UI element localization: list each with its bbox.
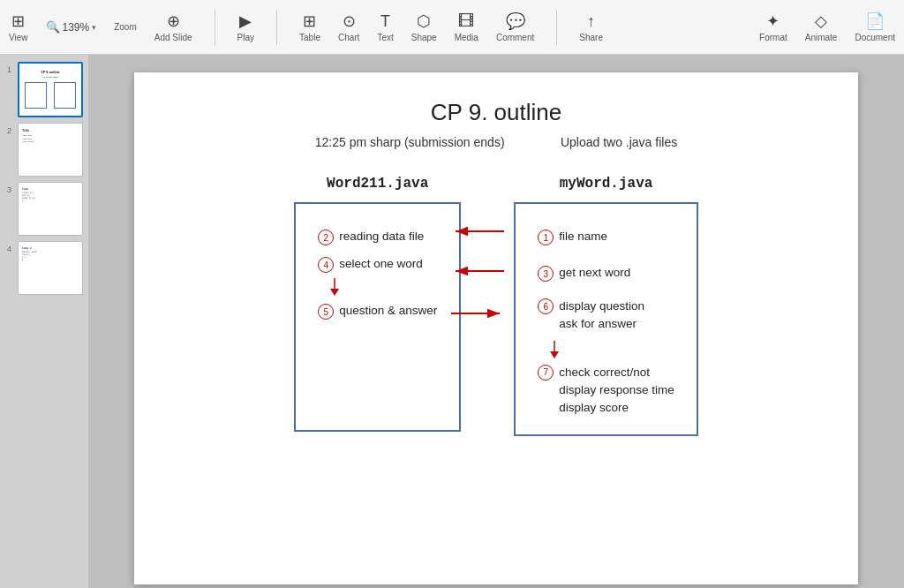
media-button[interactable]: 🎞 Media [455,12,478,42]
zoom-label-group: Zoom [114,22,137,32]
toolbar: ⊞ View 🔍 139% ▾ Zoom ⊕ Add Slide ▶ Play … [0,0,904,55]
media-label: Media [455,33,478,42]
zoom-icon: 🔍 [46,20,60,34]
right-item-4-text: check correct/notdisplay response timedi… [559,364,674,418]
right-item-1: 1 file name [538,229,674,245]
left-column-title: Word211.java [327,176,428,192]
text-label: Text [377,33,393,42]
subtitle-left: 12:25 pm sharp (submission ends) [315,135,505,149]
document-button[interactable]: 📄 Document [855,11,895,42]
down-arrow-svg-2 [548,341,561,358]
right-box: 1 file name 3 get next word [514,202,698,436]
slide-thumb-1[interactable]: CP 9. outline 12:25 pm sharp [18,62,83,117]
svg-marker-3 [550,351,559,358]
diagram-area: Word211.java 2 reading data file 4 [170,176,823,436]
down-arrow-1 [321,278,437,296]
right-column-title: myWord.java [560,176,653,192]
zoom-chevron-icon: ▾ [92,23,96,32]
left-box: 2 reading data file 4 select one word [294,202,461,432]
slide-number-3: 3 [7,185,11,194]
slide-thumb-4[interactable]: Code 2 public void run(){ //...} [18,241,83,295]
left-item-3-text: question & answer [339,303,437,320]
right-item-4: 7 check correct/notdisplay response time… [538,364,674,418]
slide-subtitle: 12:25 pm sharp (submission ends) Upload … [170,135,823,149]
play-icon: ▶ [239,11,252,31]
divider-2 [276,10,277,45]
circle-4: 4 [318,257,334,273]
slide-number-4: 4 [7,245,11,253]
play-button[interactable]: ▶ Play [237,11,254,42]
left-item-2-text: select one word [339,256,423,273]
animate-button[interactable]: ◇ Animate [805,11,838,42]
slide-preview-1: CP 9. outline 12:25 pm sharp [21,65,79,114]
share-label: Share [579,33,603,42]
right-item-2: 3 get next word [538,265,674,282]
right-item-1-text: file name [559,229,607,245]
slide-title: CP 9. outline [170,99,823,126]
svg-marker-1 [330,289,339,296]
add-slide-label: Add Slide [154,33,192,42]
shape-label: Shape [411,33,437,42]
circle-3: 3 [538,266,554,282]
columns-container: Word211.java 2 reading data file 4 [294,176,698,436]
view-label: View [9,33,28,42]
share-button[interactable]: ↑ Share [579,12,603,42]
left-item-1-text: reading data file [339,229,424,245]
left-item-3: 5 question & answer [318,303,437,320]
slide-canvas: CP 9. outline 12:25 pm sharp (submission… [134,72,858,584]
right-column: myWord.java 1 file name 3 ge [514,176,698,436]
view-button[interactable]: ⊞ View [9,11,28,42]
slide-thumb-3[interactable]: Code class X { int a; void f(){}} [18,182,83,236]
shape-button[interactable]: ⬡ Shape [411,11,437,42]
right-item-2-text: get next word [559,265,630,282]
subtitle-right: Upload two .java files [561,135,677,149]
slide-number-1: 1 [7,65,11,74]
left-item-2: 4 select one word [318,256,437,273]
circle-6: 6 [538,298,554,314]
table-button[interactable]: ⊞ Table [299,11,320,42]
text-icon: T [380,12,390,31]
format-button[interactable]: ✦ Format [759,11,787,42]
left-item-1: 2 reading data file [318,229,437,245]
main-layout: 1 CP 9. outline 12:25 pm sharp 2 Title [0,55,904,588]
animate-label: Animate [805,33,838,42]
play-label: Play [237,33,254,42]
media-icon: 🎞 [458,12,474,31]
right-item-3: 6 display questionask for answer [538,298,674,334]
zoom-value: 139% [63,21,90,34]
format-label: Format [759,33,787,42]
slide-thumb-2[interactable]: Title • item one• item two• item three [18,123,83,177]
left-column: Word211.java 2 reading data file 4 [294,176,461,436]
chart-icon: ⊙ [343,11,356,31]
slide-preview-2: Title • item one• item two• item three [20,125,80,174]
comment-button[interactable]: 💬 Comment [496,11,534,42]
slide-preview-4: Code 2 public void run(){ //...} [20,244,80,292]
zoom-control[interactable]: 🔍 139% ▾ [46,20,97,34]
chart-button[interactable]: ⊙ Chart [338,11,359,42]
circle-1: 1 [538,230,554,245]
down-arrow-svg [328,278,341,296]
slide-number-2: 2 [7,126,11,135]
right-item-3-text: display questionask for answer [559,298,644,334]
down-arrow-2 [541,341,674,358]
slide-preview-3: Code class X { int a; void f(){}} [20,185,80,233]
circle-2: 2 [318,230,334,245]
slides-panel: 1 CP 9. outline 12:25 pm sharp 2 Title [0,55,88,588]
add-slide-icon: ⊕ [167,11,180,31]
add-slide-button[interactable]: ⊕ Add Slide [154,11,192,42]
circle-5: 5 [318,304,334,320]
diagram-wrapper: Word211.java 2 reading data file 4 [294,176,698,436]
table-label: Table [299,33,320,42]
zoom-label: Zoom [114,22,137,32]
divider-3 [556,10,557,45]
slide-thumb-wrapper-1: 1 CP 9. outline 12:25 pm sharp [18,62,83,117]
table-icon: ⊞ [303,11,316,31]
slide-thumb-wrapper-2: 2 Title • item one• item two• item three [18,123,83,177]
format-icon: ✦ [766,11,780,31]
slide-thumb-wrapper-3: 3 Code class X { int a; void f(){}} [18,182,83,236]
document-label: Document [855,33,895,42]
text-button[interactable]: T Text [377,12,393,42]
share-icon: ↑ [587,12,595,31]
slide-thumb-wrapper-4: 4 Code 2 public void run(){ //...} [18,241,83,295]
canvas-area: CP 9. outline 12:25 pm sharp (submission… [88,55,904,588]
